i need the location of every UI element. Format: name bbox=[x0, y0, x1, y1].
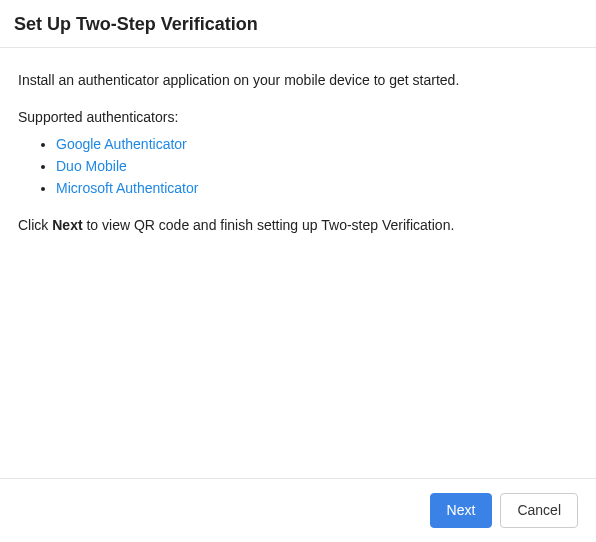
list-item: Microsoft Authenticator bbox=[56, 178, 578, 199]
list-item: Duo Mobile bbox=[56, 156, 578, 177]
cancel-button[interactable]: Cancel bbox=[500, 493, 578, 528]
instruction-suffix: to view QR code and finish setting up Tw… bbox=[83, 217, 455, 233]
authenticator-list: Google Authenticator Duo Mobile Microsof… bbox=[18, 134, 578, 199]
dialog-body: Install an authenticator application on … bbox=[0, 48, 596, 478]
next-button[interactable]: Next bbox=[430, 493, 493, 528]
intro-text: Install an authenticator application on … bbox=[18, 70, 578, 91]
microsoft-authenticator-link[interactable]: Microsoft Authenticator bbox=[56, 180, 198, 196]
supported-authenticators-label: Supported authenticators: bbox=[18, 107, 578, 128]
dialog-title: Set Up Two-Step Verification bbox=[14, 14, 580, 35]
list-item: Google Authenticator bbox=[56, 134, 578, 155]
next-instruction: Click Next to view QR code and finish se… bbox=[18, 215, 578, 236]
dialog-footer: Next Cancel bbox=[0, 478, 596, 542]
instruction-prefix: Click bbox=[18, 217, 52, 233]
google-authenticator-link[interactable]: Google Authenticator bbox=[56, 136, 187, 152]
instruction-bold: Next bbox=[52, 217, 82, 233]
dialog-header: Set Up Two-Step Verification bbox=[0, 0, 596, 48]
duo-mobile-link[interactable]: Duo Mobile bbox=[56, 158, 127, 174]
